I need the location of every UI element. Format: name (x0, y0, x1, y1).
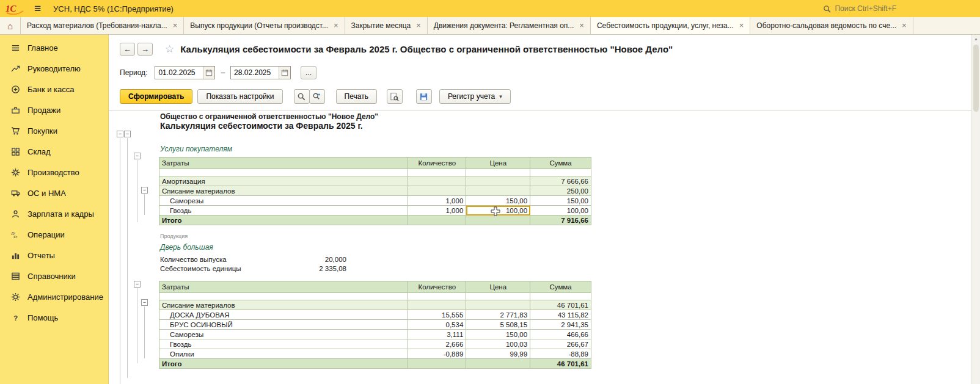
price-cell[interactable]: 150,00 (466, 196, 530, 206)
sum-cell[interactable]: 46 701,61 (530, 300, 591, 310)
price-cell[interactable]: 100,00 (466, 206, 530, 216)
row-label-cell[interactable]: Гвоздь (159, 339, 408, 349)
row-label-cell[interactable]: ДОСКА ДУБОВАЯ (159, 310, 408, 320)
price-cell[interactable]: 150,00 (466, 330, 530, 339)
collapse-materials2-icon[interactable]: − (141, 299, 148, 306)
sidebar-item-10[interactable]: Отчеты (0, 245, 108, 266)
vertical-scrollbar[interactable]: ▲ (971, 35, 980, 384)
row-label-cell[interactable]: Саморезы (159, 196, 408, 206)
qty-cell[interactable]: 1,000 (408, 206, 466, 216)
period-more-button[interactable]: ... (301, 66, 316, 79)
column-header[interactable]: Цена (466, 281, 530, 293)
period-from-calendar-button[interactable] (203, 67, 214, 79)
sidebar-item-8[interactable]: Зарплата и кадры (0, 203, 108, 224)
qty-cell[interactable]: 2,666 (408, 339, 466, 349)
column-header[interactable]: Сумма (530, 158, 591, 169)
scrollbar-thumb[interactable] (973, 45, 979, 112)
column-header[interactable]: Сумма (530, 281, 591, 293)
row-label-cell[interactable]: Списание материалов (159, 186, 408, 196)
qty-cell[interactable] (408, 300, 466, 310)
sum-cell[interactable]: 466,66 (530, 330, 591, 339)
row-label-cell[interactable]: Итого (159, 216, 408, 225)
sum-cell[interactable]: 266,67 (530, 339, 591, 349)
section2-group-title[interactable]: Дверь большая (160, 243, 213, 252)
sidebar-item-3[interactable]: Продажи (0, 100, 108, 120)
price-cell[interactable] (466, 216, 530, 225)
row-label-cell[interactable] (159, 293, 408, 300)
collapse-level2-icon[interactable]: − (124, 131, 131, 137)
row-label-cell[interactable]: Списание материалов (159, 300, 408, 310)
row-label-cell[interactable]: Опилки (159, 349, 408, 359)
favorite-star-icon[interactable]: ☆ (165, 43, 174, 56)
sidebar-item-7[interactable]: ОС и НМА (0, 183, 108, 203)
price-cell[interactable]: 100,03 (466, 339, 530, 349)
tab-2[interactable]: Закрытие месяца× (345, 17, 428, 34)
column-header[interactable]: Затраты (159, 158, 408, 169)
qty-cell[interactable]: 1,000 (408, 196, 466, 206)
sidebar-item-5[interactable]: Склад (0, 141, 108, 162)
sum-cell[interactable]: 46 701,61 (530, 359, 591, 369)
stat-value[interactable]: 2 335,08 (319, 265, 346, 274)
stat-value[interactable]: 20,000 (325, 256, 346, 264)
column-header[interactable]: Количество (408, 281, 466, 293)
sum-cell[interactable]: 150,00 (530, 196, 591, 206)
sidebar-item-1[interactable]: Руководителю (0, 58, 108, 79)
qty-cell[interactable] (408, 293, 466, 300)
price-cell[interactable]: 2 771,83 (466, 310, 530, 320)
sidebar-item-13[interactable]: ?Помощь (0, 307, 108, 328)
collapse-materials1-icon[interactable]: − (141, 187, 148, 194)
print-button[interactable]: Печать (336, 89, 377, 104)
row-label-cell[interactable] (159, 169, 408, 176)
qty-cell[interactable] (408, 359, 466, 369)
collapse-section1-icon[interactable]: − (134, 153, 141, 159)
period-to-input[interactable] (231, 67, 279, 79)
tab-close-icon[interactable]: × (416, 22, 421, 29)
sidebar-item-6[interactable]: Производство (0, 162, 108, 183)
sum-cell[interactable]: 43 115,82 (530, 310, 591, 320)
sum-cell[interactable]: -88,89 (530, 349, 591, 359)
price-cell[interactable] (466, 359, 530, 369)
tab-close-icon[interactable]: × (739, 22, 744, 29)
qty-cell[interactable]: 15,555 (408, 310, 466, 320)
qty-cell[interactable]: 3,111 (408, 330, 466, 339)
forward-button[interactable]: → (137, 43, 153, 56)
period-from-input[interactable] (155, 67, 203, 79)
sidebar-item-11[interactable]: Справочники (0, 266, 108, 286)
section1-group-title[interactable]: Услуги покупателям (160, 145, 232, 153)
qty-cell[interactable] (408, 216, 466, 225)
price-cell[interactable]: 99,99 (466, 349, 530, 359)
tab-1[interactable]: Выпуск продукции (Отчеты производст...× (184, 17, 345, 34)
scroll-up-icon[interactable]: ▲ (972, 35, 980, 43)
qty-cell[interactable]: -0,889 (408, 349, 466, 359)
generate-button[interactable]: Сформировать (120, 89, 192, 104)
sum-cell[interactable]: 100,00 (530, 206, 591, 216)
row-label-cell[interactable]: Саморезы (159, 330, 408, 339)
tab-close-icon[interactable]: × (579, 22, 584, 29)
show-settings-button[interactable]: Показать настройки (197, 89, 282, 104)
period-to-calendar-button[interactable] (279, 67, 290, 79)
tab-3[interactable]: Движения документа: Регламентная оп...× (428, 17, 591, 34)
home-tab[interactable]: ⌂ (0, 17, 21, 34)
row-label-cell[interactable]: Гвоздь (159, 206, 408, 216)
column-header[interactable]: Затраты (159, 281, 408, 293)
main-menu-icon[interactable]: ≡ (34, 2, 41, 15)
column-header[interactable]: Цена (466, 158, 530, 169)
sum-cell[interactable]: 7 916,66 (530, 216, 591, 225)
price-cell[interactable] (466, 300, 530, 310)
back-button[interactable]: ← (120, 43, 135, 56)
price-cell[interactable]: 5 508,15 (466, 320, 530, 330)
sum-cell[interactable]: 250,00 (530, 186, 591, 196)
tab-close-icon[interactable]: × (902, 22, 907, 29)
global-search[interactable]: Поиск Ctrl+Shift+F (823, 0, 896, 17)
tab-close-icon[interactable]: × (334, 22, 338, 29)
row-label-cell[interactable]: Амортизация (159, 176, 408, 186)
row-label-cell[interactable]: Итого (159, 359, 408, 369)
qty-cell[interactable]: 0,534 (408, 320, 466, 330)
preview-button[interactable] (387, 89, 403, 104)
qty-cell[interactable] (408, 186, 466, 196)
register-dropdown-button[interactable]: Регистр учета ▾ (439, 89, 511, 104)
qty-cell[interactable] (408, 169, 466, 176)
collapse-level1-icon[interactable]: − (117, 131, 123, 137)
find-advanced-button[interactable] (309, 89, 325, 104)
sidebar-item-2[interactable]: Банк и касса (0, 79, 108, 100)
